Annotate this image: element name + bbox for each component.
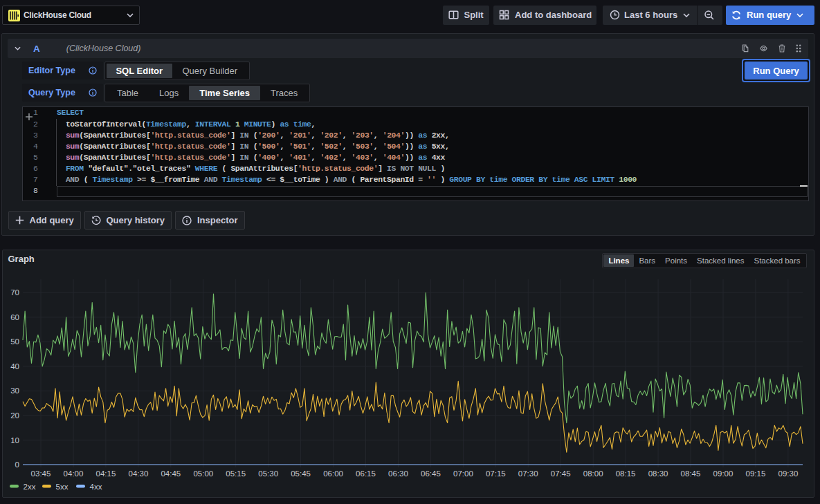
svg-text:06:15: 06:15 xyxy=(356,469,376,478)
svg-text:4xx: 4xx xyxy=(90,483,102,491)
svg-text:03:45: 03:45 xyxy=(31,469,51,478)
svg-text:5xx: 5xx xyxy=(56,483,69,491)
svg-text:50: 50 xyxy=(10,337,19,346)
svg-text:07:15: 07:15 xyxy=(486,469,506,478)
svg-text:2xx: 2xx xyxy=(24,483,36,491)
svg-text:05:45: 05:45 xyxy=(291,469,311,478)
svg-text:09:00: 09:00 xyxy=(713,469,734,478)
svg-text:09:30: 09:30 xyxy=(778,469,799,478)
svg-text:04:00: 04:00 xyxy=(64,469,84,478)
svg-text:04:45: 04:45 xyxy=(161,469,181,478)
svg-text:08:30: 08:30 xyxy=(648,469,668,478)
svg-text:07:00: 07:00 xyxy=(453,469,473,478)
svg-text:05:30: 05:30 xyxy=(258,469,278,478)
svg-text:07:30: 07:30 xyxy=(518,469,538,478)
svg-text:08:45: 08:45 xyxy=(681,469,701,478)
svg-text:04:30: 04:30 xyxy=(129,469,149,478)
svg-text:05:15: 05:15 xyxy=(226,469,246,478)
svg-text:08:15: 08:15 xyxy=(616,469,636,478)
svg-text:70: 70 xyxy=(10,288,19,297)
svg-text:05:00: 05:00 xyxy=(193,469,213,478)
svg-text:0: 0 xyxy=(15,460,19,469)
svg-text:09:15: 09:15 xyxy=(746,469,766,478)
svg-text:20: 20 xyxy=(10,411,19,420)
svg-text:30: 30 xyxy=(10,386,19,395)
svg-text:06:45: 06:45 xyxy=(421,469,441,478)
svg-text:60: 60 xyxy=(10,313,19,321)
svg-text:07:45: 07:45 xyxy=(551,469,571,478)
svg-text:40: 40 xyxy=(10,362,19,371)
svg-text:08:00: 08:00 xyxy=(583,469,603,478)
svg-text:04:15: 04:15 xyxy=(96,469,116,478)
svg-text:06:30: 06:30 xyxy=(388,469,408,478)
svg-text:06:00: 06:00 xyxy=(323,469,343,478)
svg-text:10: 10 xyxy=(10,436,19,445)
